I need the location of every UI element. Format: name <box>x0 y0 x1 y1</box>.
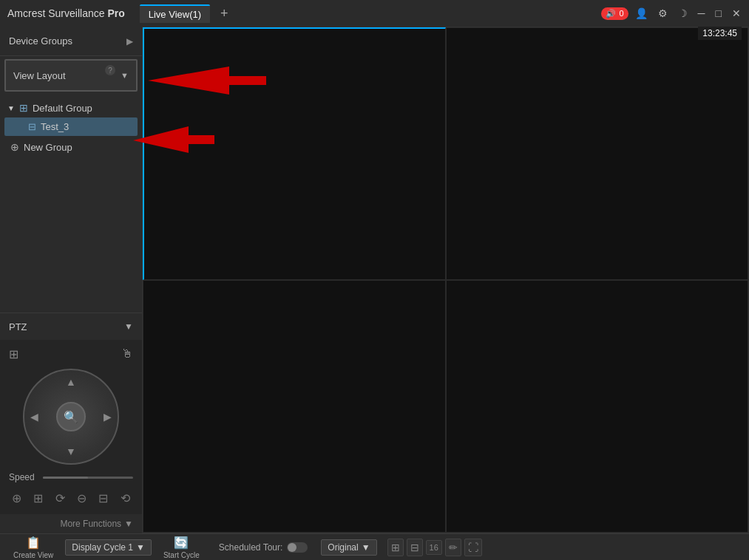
grid-4-button[interactable]: ⊟ <box>407 539 423 556</box>
ptz-label: PTZ <box>9 321 27 332</box>
camera-cell-2[interactable] <box>446 27 749 280</box>
speaker-icon: 🔊 <box>606 9 616 18</box>
live-view-tab[interactable]: Live View(1) <box>140 4 210 23</box>
ptz-fullscreen-button[interactable]: ⊞ <box>30 488 46 508</box>
ptz-zoom-icon: 🔍 <box>64 410 78 424</box>
toggle-knob <box>288 543 296 552</box>
device-groups-header[interactable]: Device Groups ▶ <box>0 27 142 56</box>
more-functions-icon: ▼ <box>124 519 133 529</box>
camera-cell-4[interactable] <box>446 280 749 533</box>
bottom-bar: 📋 Create View Display Cycle 1 ▼ 🔄 Start … <box>0 533 749 560</box>
edit-button[interactable]: ✏ <box>445 539 461 556</box>
ptz-action-row: ⊕ ⊞ ⟳ ⊖ ⊟ ⟲ <box>6 488 136 508</box>
new-group-icon: ⊕ <box>10 141 19 153</box>
start-cycle-label: Start Cycle <box>163 551 200 559</box>
ptz-crop-button[interactable]: ⊟ <box>95 488 111 508</box>
test-3-label: Test_3 <box>41 121 69 132</box>
grid-16-button[interactable]: 16 <box>426 540 442 555</box>
original-select[interactable]: Original ▼ <box>321 539 376 556</box>
ptz-rotate-ccw-button[interactable]: ⟲ <box>118 488 133 508</box>
maximize-button[interactable]: □ <box>712 7 725 19</box>
display-cycle-value: Display Cycle 1 <box>72 542 133 553</box>
ptz-icons-row: ⊞ 🖱 <box>6 346 136 363</box>
ptz-rotate-button[interactable]: ⟳ <box>52 488 68 508</box>
app-title: Amcrest Surveillance Pro <box>7 7 125 19</box>
alarm-badge[interactable]: 🔊 0 <box>601 7 628 20</box>
ptz-section: PTZ ▼ ⊞ 🖱 ▲ ▼ ◀ ▶ 🔍 Speed <box>0 313 142 533</box>
scheduled-tour-toggle[interactable] <box>287 542 308 553</box>
display-cycle-dropdown-icon: ▼ <box>136 542 145 553</box>
view-layout-row[interactable]: View Layout ? ▼ <box>4 59 138 92</box>
speed-row: Speed <box>6 472 136 482</box>
test-3-item[interactable]: ⊟ Test_3 <box>4 117 138 136</box>
clock: 13:23:45 <box>698 27 742 40</box>
device-groups-chevron-icon: ▶ <box>126 36 133 47</box>
create-view-button[interactable]: 📋 Create View <box>7 536 59 559</box>
start-cycle-icon: 🔄 <box>174 536 189 550</box>
ptz-right-button[interactable]: ▶ <box>104 411 112 423</box>
grid-1-button[interactable]: ⊞ <box>387 539 404 556</box>
view-layout-help-icon: ? <box>105 65 115 75</box>
ptz-zoom-out-button[interactable]: ⊖ <box>74 488 89 508</box>
new-group-item[interactable]: ⊕ New Group <box>0 137 142 157</box>
original-dropdown-icon: ▼ <box>362 542 370 553</box>
scheduled-tour-row: Scheduled Tour: <box>219 542 308 553</box>
display-cycle-select[interactable]: Display Cycle 1 ▼ <box>65 539 152 556</box>
minimize-button[interactable]: ─ <box>694 7 709 19</box>
original-label: Original <box>328 542 358 553</box>
alarm-count: 0 <box>619 9 623 18</box>
fullscreen-button[interactable]: ⛶ <box>464 539 482 556</box>
activity-icon[interactable]: ☽ <box>674 7 691 19</box>
tree-section: ▼ ⊞ Default Group ⊟ Test_3 ⊕ New Group <box>0 95 142 313</box>
sidebar: Device Groups ▶ View Layout ? ▼ ▼ ⊞ Defa… <box>0 27 142 533</box>
create-view-label: Create View <box>13 551 53 559</box>
ptz-up-button[interactable]: ▲ <box>66 376 76 388</box>
speed-fill <box>43 477 88 479</box>
ptz-dropdown-icon: ▼ <box>124 321 133 332</box>
camera-grid-icon: ⊟ <box>28 121 36 132</box>
titlebar-right: 🔊 0 👤 ⚙ ☽ ─ □ ✕ <box>601 0 749 27</box>
view-icons-group: ⊞ ⊟ 16 ✏ ⛶ <box>387 539 482 556</box>
ptz-left-button[interactable]: ◀ <box>30 411 38 423</box>
start-cycle-button[interactable]: 🔄 Start Cycle <box>157 536 206 559</box>
ptz-joystick[interactable]: ▲ ▼ ◀ ▶ 🔍 <box>23 369 119 465</box>
default-group-item[interactable]: ▼ ⊞ Default Group <box>0 99 142 117</box>
speed-label: Speed <box>9 472 37 482</box>
scheduled-tour-label: Scheduled Tour: <box>219 542 283 553</box>
more-functions-label: More Functions <box>60 519 121 529</box>
add-tab-button[interactable]: + <box>216 6 233 21</box>
new-group-label: New Group <box>24 142 72 153</box>
view-layout-dropdown-icon[interactable]: ▼ <box>121 71 129 80</box>
ptz-header[interactable]: PTZ ▼ <box>0 313 142 340</box>
camera-cell-1[interactable] <box>143 27 446 280</box>
close-button[interactable]: ✕ <box>728 7 745 19</box>
speed-slider[interactable] <box>43 477 133 479</box>
gear-icon[interactable]: ⚙ <box>654 7 671 19</box>
ptz-down-button[interactable]: ▼ <box>66 445 76 457</box>
ptz-layout-icon[interactable]: ⊞ <box>6 346 21 363</box>
ptz-content: ⊞ 🖱 ▲ ▼ ◀ ▶ 🔍 Speed <box>0 340 142 514</box>
group-icon: ⊞ <box>19 102 28 114</box>
ptz-mouse-icon[interactable]: 🖱 <box>118 346 136 363</box>
device-groups-label: Device Groups <box>9 35 72 47</box>
titlebar: Amcrest Surveillance Pro Live View(1) + … <box>0 0 749 27</box>
user-icon[interactable]: 👤 <box>631 7 651 19</box>
camera-grid <box>142 27 749 533</box>
expand-icon: ▼ <box>7 104 15 112</box>
camera-cell-3[interactable] <box>143 280 446 533</box>
default-group-label: Default Group <box>33 103 92 114</box>
main-layout: Device Groups ▶ View Layout ? ▼ ▼ ⊞ Defa… <box>0 27 749 533</box>
ptz-center-button[interactable]: 🔍 <box>56 402 86 431</box>
more-functions-button[interactable]: More Functions ▼ <box>0 514 142 533</box>
create-view-icon: 📋 <box>26 536 41 550</box>
ptz-zoom-in-button[interactable]: ⊕ <box>9 488 24 508</box>
